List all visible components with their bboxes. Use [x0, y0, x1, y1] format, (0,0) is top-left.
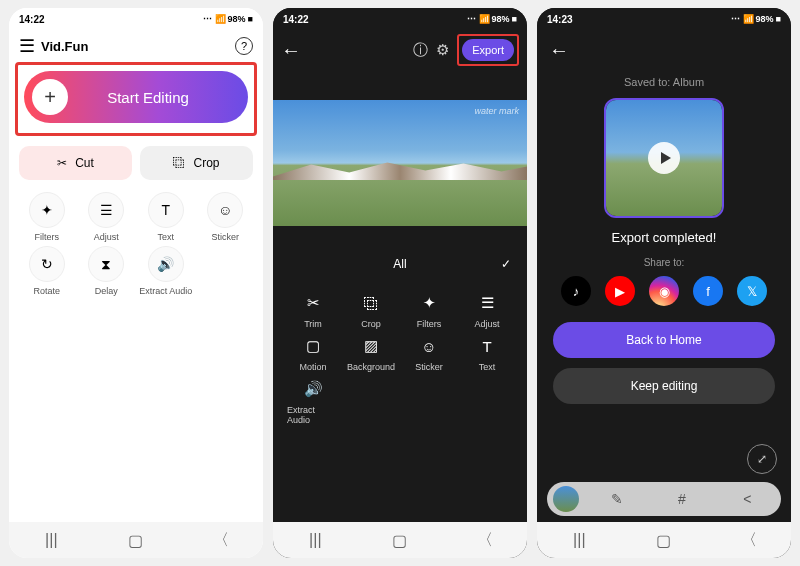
fab-icon[interactable]: ⤢ [747, 444, 777, 474]
status-icons: ⋯ 📶 98%■ [467, 14, 517, 24]
smiley-icon: ☺ [207, 192, 243, 228]
recents-button[interactable]: ||| [36, 532, 66, 548]
adjust-icon: ☰ [88, 192, 124, 228]
app-header: ☰ Vid.Fun ? [9, 30, 263, 62]
status-time: 14:22 [283, 14, 309, 25]
recents-button[interactable]: ||| [564, 532, 594, 548]
sticker-button[interactable]: ☺Sticker [198, 192, 254, 242]
extract-audio-button[interactable]: 🔊Extract Audio [287, 378, 339, 425]
home-button[interactable]: ▢ [385, 532, 415, 548]
status-icons: ⋯ 📶 98%■ [203, 14, 253, 24]
rotate-button[interactable]: ↻Rotate [19, 246, 75, 296]
export-button[interactable]: Export [462, 39, 514, 61]
share-to-label: Share to: [537, 257, 791, 276]
watermark-label: water mark [474, 106, 519, 116]
check-icon[interactable]: ✓ [501, 257, 511, 271]
status-bar: 14:23 ⋯ 📶 98%■ [537, 8, 791, 30]
back-button[interactable]: 〈 [470, 532, 500, 548]
status-bar: 14:22 ⋯ 📶 98%■ [9, 8, 263, 30]
scissors-icon: ✂ [57, 156, 67, 170]
video-thumbnail[interactable] [604, 98, 724, 218]
back-to-home-button[interactable]: Back to Home [553, 322, 775, 358]
plus-icon: + [32, 79, 68, 115]
audio-icon: 🔊 [148, 246, 184, 282]
motion-button[interactable]: ▢Motion [287, 335, 339, 372]
start-editing-button[interactable]: + Start Editing [24, 71, 248, 123]
status-bar: 14:22 ⋯ 📶 98%■ [273, 8, 527, 30]
crop-icon: ⿻ [173, 156, 185, 170]
export-header: ← [537, 30, 791, 70]
facebook-icon[interactable]: f [693, 276, 723, 306]
recents-button[interactable]: ||| [300, 532, 330, 548]
crop-button[interactable]: ⿻Crop [345, 292, 397, 329]
filters-button[interactable]: ✦Filters [403, 292, 455, 329]
settings-icon[interactable]: ⚙ [436, 41, 449, 59]
extract-audio-button[interactable]: 🔊Extract Audio [138, 246, 194, 296]
youtube-icon[interactable]: ▶ [605, 276, 635, 306]
android-navbar: ||| ▢ 〈 [9, 522, 263, 558]
scissors-icon: ✂ [302, 292, 324, 314]
sparkle-icon: ✦ [418, 292, 440, 314]
delay-button[interactable]: ⧗Delay [79, 246, 135, 296]
hourglass-icon: ⧗ [88, 246, 124, 282]
category-tabs: All ✓ [273, 246, 527, 282]
back-arrow-icon[interactable]: ← [281, 39, 301, 62]
mini-thumbnail[interactable] [553, 486, 579, 512]
home-button[interactable]: ▢ [649, 532, 679, 548]
phone-export: 14:23 ⋯ 📶 98%■ ← Saved to: Album Export … [537, 8, 791, 558]
android-navbar: ||| ▢ 〈 [537, 522, 791, 558]
share-icon[interactable]: < [720, 491, 775, 507]
status-time: 14:22 [19, 14, 45, 25]
text-button[interactable]: TText [461, 335, 513, 372]
phone-editor: 14:22 ⋯ 📶 98%■ ← ⓘ ⚙ Export water mark A… [273, 8, 527, 558]
saved-to-label: Saved to: Album [537, 70, 791, 94]
cut-button[interactable]: ✂ Cut [19, 146, 132, 180]
help-icon[interactable]: ⓘ [413, 41, 428, 60]
editor-header: ← ⓘ ⚙ Export [273, 30, 527, 70]
text-icon: T [476, 335, 498, 357]
smiley-icon: ☺ [418, 335, 440, 357]
text-button[interactable]: TText [138, 192, 194, 242]
phone-home: 14:22 ⋯ 📶 98%■ ☰ Vid.Fun ? + Start Editi… [9, 8, 263, 558]
highlight-box: Export [457, 34, 519, 66]
edit-icon[interactable]: ✎ [589, 491, 644, 507]
start-label: Start Editing [68, 89, 248, 106]
sticker-button[interactable]: ☺Sticker [403, 335, 455, 372]
play-icon [648, 142, 680, 174]
video-preview[interactable]: water mark [273, 100, 527, 226]
status-icons: ⋯ 📶 98%■ [731, 14, 781, 24]
rotate-icon: ↻ [29, 246, 65, 282]
back-arrow-icon[interactable]: ← [549, 39, 569, 62]
help-icon[interactable]: ? [235, 37, 253, 55]
menu-icon[interactable]: ☰ [19, 35, 35, 57]
home-button[interactable]: ▢ [121, 532, 151, 548]
keep-editing-button[interactable]: Keep editing [553, 368, 775, 404]
crop-button[interactable]: ⿻ Crop [140, 146, 253, 180]
adjust-icon: ☰ [476, 292, 498, 314]
bottom-action-bar: ⤢ ✎ # < [547, 482, 781, 516]
text-icon: T [148, 192, 184, 228]
tiktok-icon[interactable]: ♪ [561, 276, 591, 306]
completed-label: Export completed! [537, 226, 791, 257]
highlight-box: + Start Editing [15, 62, 257, 136]
adjust-button[interactable]: ☰Adjust [461, 292, 513, 329]
filters-button[interactable]: ✦Filters [19, 192, 75, 242]
android-navbar: ||| ▢ 〈 [273, 522, 527, 558]
back-button[interactable]: 〈 [734, 532, 764, 548]
tab-all[interactable]: All [393, 257, 406, 271]
sparkle-icon: ✦ [29, 192, 65, 228]
motion-icon: ▢ [302, 335, 324, 357]
twitter-icon[interactable]: 𝕏 [737, 276, 767, 306]
trim-button[interactable]: ✂Trim [287, 292, 339, 329]
instagram-icon[interactable]: ◉ [649, 276, 679, 306]
background-icon: ▨ [360, 335, 382, 357]
status-time: 14:23 [547, 14, 573, 25]
crop-icon: ⿻ [360, 292, 382, 314]
back-button[interactable]: 〈 [206, 532, 236, 548]
background-button[interactable]: ▨Background [345, 335, 397, 372]
audio-icon: 🔊 [302, 378, 324, 400]
hashtag-icon[interactable]: # [654, 491, 709, 507]
app-title: Vid.Fun [41, 39, 88, 54]
adjust-button[interactable]: ☰Adjust [79, 192, 135, 242]
